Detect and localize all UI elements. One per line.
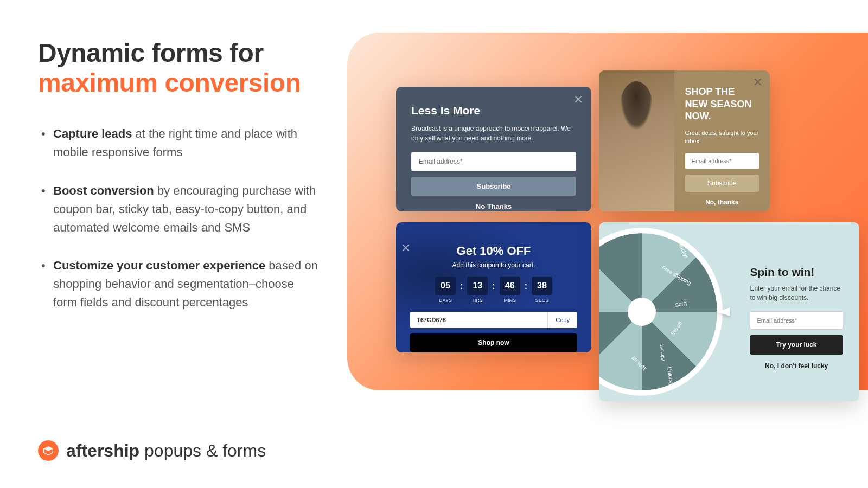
bullet-strong: Capture leads [53,127,132,140]
popup-body: Broadcast is a unique approach to modern… [411,124,576,143]
popup-less-is-more: Less Is More Broadcast is a unique appro… [396,87,591,211]
aftership-logo-icon [38,440,59,461]
brand-footer: aftership popups & forms [38,440,266,461]
popup-body: Enter your email for the chance to win b… [750,284,843,303]
popup-shop-season: SHOP THE NEW SEASON NOW. Great deals, st… [599,70,770,211]
wheel-pointer-icon [716,307,730,316]
countdown-timer: 05DAYS : 13HRS : 46MINS : 38SECS [410,277,577,303]
coupon-row: Copy [410,312,577,328]
copy-button[interactable]: Copy [547,312,577,328]
no-lucky-link[interactable]: No, I don't feel lucky [750,362,843,370]
email-input[interactable] [750,311,843,330]
close-icon[interactable] [401,243,410,252]
close-icon[interactable] [574,94,583,103]
bullets-list: Capture leads at the right time and plac… [38,125,320,312]
heading-accent: maximum conversion [38,68,320,98]
popup-spin-wheel: Unlucky! Free shipping Sorry 5% off Almo… [599,222,859,401]
bullet-strong: Customize your customer experience [53,259,265,272]
popup-subtitle: Add this coupon to your cart. [410,261,577,269]
coupon-code-input[interactable] [410,312,547,328]
subscribe-button[interactable]: Subscribe [685,175,759,192]
page-heading: Dynamic forms for maximum conversion [38,38,320,98]
email-input[interactable] [685,153,759,169]
popup-coupon-timer: Get 10% OFF Add this coupon to your cart… [396,222,591,352]
popup-body: Great deals, straight to your inbox! [685,129,759,146]
no-thanks-link[interactable]: No Thanks [411,202,576,210]
popup-title: Spin to win! [750,266,843,279]
no-thanks-link[interactable]: No, thanks [685,198,759,206]
brand-text: aftership popups & forms [66,441,266,461]
email-input[interactable] [411,152,576,171]
wheel-container: Unlucky! Free shipping Sorry 5% off Almo… [599,222,750,401]
popup-title: Get 10% OFF [410,244,577,258]
popup-title: Less Is More [411,104,576,117]
shop-now-button[interactable]: Shop now [410,333,577,352]
timer-secs: 38 [532,277,552,295]
subscribe-button[interactable]: Subscribe [411,177,576,196]
heading-line1: Dynamic forms for [38,38,264,67]
try-luck-button[interactable]: Try your luck [750,335,843,355]
prize-wheel[interactable]: Unlucky! Free shipping Sorry 5% off Almo… [599,233,717,390]
bullet-item: Boost conversion by encouraging purchase… [38,182,320,237]
popup-title: SHOP THE NEW SEASON NOW. [685,86,759,123]
close-icon[interactable] [754,77,762,86]
timer-mins: 46 [500,277,520,295]
timer-days: 05 [435,277,456,295]
bullet-item: Customize your customer experience based… [38,256,320,312]
timer-hrs: 13 [467,277,488,295]
model-photo [599,70,674,211]
bullet-item: Capture leads at the right time and plac… [38,125,320,162]
bullet-strong: Boost conversion [53,184,154,197]
